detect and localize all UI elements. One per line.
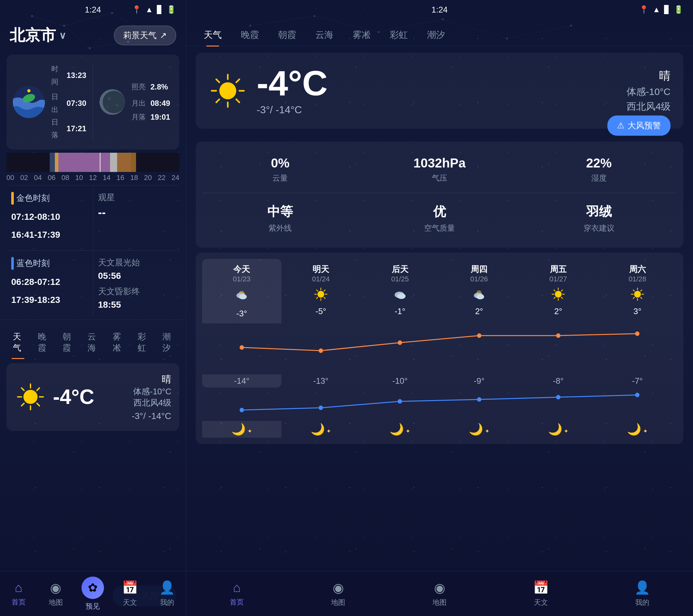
right-tab-rainbow[interactable]: 彩虹 bbox=[382, 24, 416, 46]
svg-point-93 bbox=[556, 395, 560, 399]
right-weather-wind: 西北风4级 bbox=[627, 100, 671, 113]
low-thu: -9° bbox=[439, 374, 519, 388]
left-tab-bar: 天气 晚霞 朝霞 云海 雾凇 彩虹 潮汐 bbox=[0, 320, 186, 358]
battery-icon: 🔋 bbox=[166, 5, 176, 14]
right-signal-icon: ▊ bbox=[664, 5, 670, 14]
home-icon: ⌂ bbox=[15, 580, 22, 595]
moon-today: 🌙 ✦ bbox=[202, 421, 281, 438]
sun-earth-icon bbox=[13, 86, 45, 118]
blue-evening: 17:39-18:23 bbox=[11, 291, 88, 309]
aqi-stat: 优 空气质量 bbox=[361, 198, 518, 238]
tab-cloud-sea[interactable]: 云海 bbox=[81, 326, 104, 358]
cloud-value: 0% bbox=[207, 156, 354, 171]
tab-weather[interactable]: 天气 bbox=[6, 326, 30, 358]
right-nav-home[interactable]: ⌂ 首页 bbox=[186, 577, 288, 610]
svg-point-50 bbox=[239, 294, 247, 299]
right-tab-rime[interactable]: 雾凇 bbox=[344, 24, 379, 46]
svg-point-16 bbox=[107, 97, 111, 100]
signal-icon: ▊ bbox=[157, 5, 163, 14]
tab-rime[interactable]: 雾凇 bbox=[106, 326, 130, 358]
svg-line-82 bbox=[633, 297, 634, 299]
svg-line-81 bbox=[640, 290, 642, 291]
moon-sat: 🌙 ✦ bbox=[598, 421, 677, 438]
svg-line-70 bbox=[554, 290, 555, 291]
right-panel: 1:24 📍 ▲ ▊ 🔋 天气 晚霞 朝霞 云海 雾凇 彩虹 潮汐 bbox=[186, 0, 693, 616]
svg-point-74 bbox=[634, 291, 641, 297]
right-nav-astronomy[interactable]: 📅 天文 bbox=[490, 577, 592, 611]
astro-section: 天文晨光始 05:56 天文昏影终 18:55 bbox=[93, 250, 180, 316]
humidity-label: 湿度 bbox=[526, 173, 672, 183]
tab-sunrise[interactable]: 朝霞 bbox=[56, 326, 80, 358]
right-main-weather-card: -4°C -3°/ -14°C 晴 体感-10°C 西北风4级 ⚠ 大风预警 bbox=[196, 53, 684, 128]
nav-home[interactable]: ⌂ 首页 bbox=[0, 577, 37, 610]
svg-line-25 bbox=[37, 403, 39, 406]
left-weather-desc: 晴 bbox=[132, 373, 171, 386]
sun-large-icon bbox=[15, 381, 46, 413]
blue-hour-label: 蓝色时刻 bbox=[16, 258, 50, 269]
right-nav-map1[interactable]: ◉ 地图 bbox=[288, 577, 389, 611]
astro-dusk-value: 18:55 bbox=[98, 300, 175, 310]
svg-point-39 bbox=[219, 82, 236, 99]
right-alert-icon: ⚠ bbox=[617, 121, 624, 131]
humidity-stat: 22% 湿度 bbox=[521, 151, 677, 188]
cloud-label: 云量 bbox=[207, 173, 354, 183]
left-weather-feel: 体感-10°C bbox=[132, 386, 171, 397]
left-panel: 1:24 📍 ▲ ▊ 🔋 北京市 ∨ 莉景天气 ↗ bbox=[0, 0, 186, 616]
right-bottom-nav: ⌂ 首页 ◉ 地图 ◉ 地图 📅 天文 👤 我的 bbox=[186, 571, 693, 616]
timeline-bar bbox=[6, 153, 179, 172]
left-weather-wind: 西北风4级 bbox=[132, 397, 171, 409]
svg-line-80 bbox=[640, 297, 642, 299]
moon-bright-label: 照亮 bbox=[132, 81, 146, 93]
humidity-value: 22% bbox=[526, 156, 672, 171]
nav-profile[interactable]: 👤 我的 bbox=[148, 577, 186, 611]
moon-icons-row: 🌙 ✦ 🌙 ✦ 🌙 ✦ 🌙 ✦ 🌙 ✦ 🌙 ✦ bbox=[196, 419, 684, 444]
astro-dawn-label: 天文晨光始 bbox=[98, 257, 175, 268]
astro-dawn-value: 05:56 bbox=[98, 271, 175, 281]
right-tab-tide[interactable]: 潮汐 bbox=[419, 24, 453, 46]
right-map-icon1: ◉ bbox=[333, 580, 344, 595]
calendar-icon: 📅 bbox=[122, 580, 138, 595]
nav-map[interactable]: ◉ 地图 bbox=[37, 577, 75, 611]
city-selector[interactable]: 北京市 ∨ bbox=[9, 25, 66, 45]
right-nav-profile[interactable]: 👤 我的 bbox=[592, 577, 693, 611]
moonrise-value: 08:49 bbox=[151, 96, 170, 110]
right-map-icon2: ◉ bbox=[434, 580, 445, 595]
gold-dot bbox=[11, 192, 14, 205]
status-time: 1:24 bbox=[85, 5, 101, 15]
right-tab-sunrise[interactable]: 朝霞 bbox=[270, 24, 304, 46]
golden-hour-section: 金色时刻 07:12-08:10 16:41-17:39 bbox=[6, 185, 93, 250]
map-icon: ◉ bbox=[50, 580, 61, 595]
nav-preview[interactable]: ✿ 预见 bbox=[75, 573, 112, 614]
svg-line-72 bbox=[561, 290, 563, 291]
svg-point-87 bbox=[556, 333, 560, 338]
right-main-temp-section: -4°C -3°/ -14°C bbox=[257, 65, 328, 116]
right-nav-map2[interactable]: ◉ 地图 bbox=[389, 577, 490, 611]
tab-tide[interactable]: 潮汐 bbox=[156, 326, 179, 358]
right-tab-cloud-sea[interactable]: 云海 bbox=[308, 24, 341, 46]
right-main-temp: -4°C bbox=[257, 65, 328, 101]
left-weather-details: 晴 体感-10°C 西北风4级 -3°/ -14°C bbox=[132, 373, 171, 421]
temp-chart bbox=[196, 323, 684, 373]
right-battery-icon: 🔋 bbox=[674, 5, 684, 14]
right-wifi-icon: ▲ bbox=[653, 5, 660, 14]
pressure-label: 气压 bbox=[367, 173, 513, 183]
nav-astronomy[interactable]: 📅 天文 bbox=[111, 577, 148, 611]
right-alert-banner[interactable]: ⚠ 大风预警 bbox=[607, 116, 671, 136]
moon-day-after: 🌙 ✦ bbox=[360, 421, 439, 438]
svg-point-86 bbox=[477, 333, 481, 338]
share-button[interactable]: 莉景天气 ↗ bbox=[114, 26, 176, 45]
sunset-value: 17:21 bbox=[67, 122, 86, 135]
low-fri: -8° bbox=[519, 374, 598, 388]
right-tab-weather[interactable]: 天气 bbox=[196, 24, 230, 46]
golden-evening: 16:41-17:39 bbox=[11, 226, 88, 244]
left-weather-card: -4°C 晴 体感-10°C 西北风4级 -3°/ -14°C bbox=[6, 363, 179, 431]
golden-hour-label: 金色时刻 bbox=[16, 193, 50, 204]
user-icon: 👤 bbox=[159, 580, 175, 595]
sun-time-value: 13:23 bbox=[67, 68, 86, 82]
left-temp: -4°C bbox=[53, 385, 94, 409]
right-tab-sunset[interactable]: 晚霞 bbox=[233, 24, 267, 46]
left-weather-temp-display: -4°C bbox=[53, 385, 94, 409]
pressure-value: 1032hPa bbox=[367, 156, 513, 171]
tab-rainbow[interactable]: 彩虹 bbox=[131, 326, 155, 358]
tab-sunset[interactable]: 晚霞 bbox=[32, 326, 55, 358]
